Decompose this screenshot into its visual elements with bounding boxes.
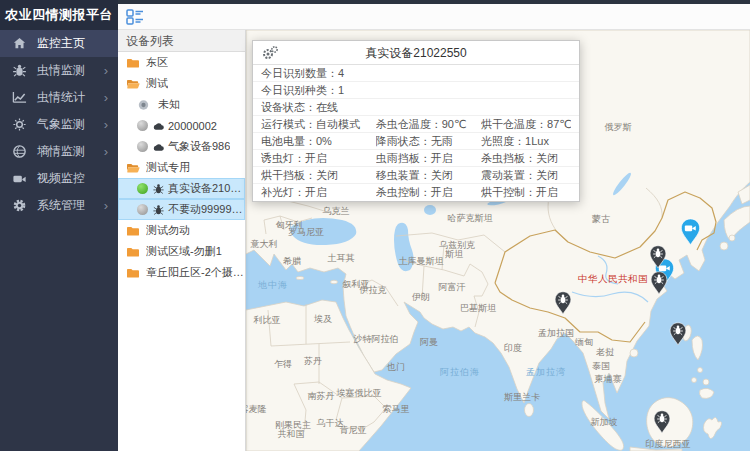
folder-closed-icon xyxy=(126,246,140,258)
chevron-right-icon: › xyxy=(104,84,108,111)
popup-field: 烘干挡板：关闭 xyxy=(261,167,376,183)
sidebar-item-label: 系统管理 xyxy=(37,197,85,214)
sidebar-item-label: 气象监测 xyxy=(37,116,85,133)
sidebar-item-label: 虫情监测 xyxy=(37,62,85,79)
device-info-popup: 真实设备21022550 今日识别数量：4今日识别种类：1设备状态：在线运行模式… xyxy=(252,40,580,202)
chart-icon xyxy=(12,90,27,105)
device-tree-item[interactable]: 测试区域-勿删1 xyxy=(118,241,245,262)
chevron-right-icon: › xyxy=(104,192,108,219)
popup-field: 虫雨挡板：开启 xyxy=(376,150,481,166)
device-tree-item-label: 东区 xyxy=(146,55,168,70)
popup-field-row: 诱虫灯：开启虫雨挡板：开启杀虫挡板：关闭 xyxy=(253,150,579,167)
popup-field: 设备状态：在线 xyxy=(261,99,571,115)
popup-field: 今日识别种类：1 xyxy=(261,82,571,98)
popup-field: 运行模式：自动模式 xyxy=(261,116,376,132)
device-tree-item-label: 测试专用 xyxy=(146,160,190,175)
popup-field: 诱虫灯：开启 xyxy=(261,150,376,166)
gear-icon xyxy=(12,198,27,213)
status-dot-gray xyxy=(137,120,148,131)
bug-device-icon xyxy=(152,204,165,216)
home-icon xyxy=(12,36,27,51)
popup-field: 杀虫仓温度：90℃ xyxy=(376,116,481,132)
app-title: 农业四情测报平台 xyxy=(0,0,118,30)
map-pin-camera[interactable] xyxy=(680,218,701,246)
map-pin-bug[interactable] xyxy=(554,291,572,315)
device-list-panel: 设备列表 东区测试未知20000002气象设备986测试专用真实设备210225… xyxy=(118,30,246,451)
device-tree-item-label: 20000002 xyxy=(168,120,217,132)
device-tree-item[interactable]: 测试 xyxy=(118,73,245,94)
sidebar-item-weather[interactable]: 气象监测› xyxy=(0,111,118,138)
device-tree-item-label: 测试区域-勿删1 xyxy=(146,244,222,259)
folder-open-icon xyxy=(126,78,140,90)
popup-field: 移虫装置：关闭 xyxy=(376,167,481,183)
device-tree-item-label: 不要动99999999 xyxy=(168,202,245,217)
sidebar-item-insect[interactable]: 虫情监测› xyxy=(0,57,118,84)
folder-closed-icon xyxy=(126,225,140,237)
popup-field-row: 运行模式：自动模式杀虫仓温度：90℃烘干仓温度：87℃ xyxy=(253,116,579,133)
popup-field: 烘干控制：开启 xyxy=(481,184,571,201)
popup-field-row: 电池电量：0%降雨状态：无雨光照度：1Lux xyxy=(253,133,579,150)
device-tree-item[interactable]: 不要动99999999 xyxy=(118,199,245,220)
unknown-device-icon xyxy=(137,99,150,111)
popup-field-row: 今日识别种类：1 xyxy=(253,82,579,99)
settings-gears-icon[interactable] xyxy=(261,45,279,61)
popup-header: 真实设备21022550 xyxy=(253,41,579,65)
device-tree-item-label: 未知 xyxy=(158,97,180,112)
popup-field: 补光灯：开启 xyxy=(261,184,376,201)
map-pin-bug[interactable] xyxy=(650,271,668,295)
device-tree-item-label: 章丘阳丘区-2个摄像头 xyxy=(146,265,245,280)
sidebar-item-system[interactable]: 系统管理› xyxy=(0,192,118,219)
toolbar xyxy=(118,4,750,30)
sidebar-menu: 监控主页虫情监测›虫情统计›气象监测›墒情监测›视频监控系统管理› xyxy=(0,30,118,219)
popup-field: 今日识别数量：4 xyxy=(261,65,571,81)
device-tree-item[interactable]: 未知 xyxy=(118,94,245,115)
sidebar-item-label: 视频监控 xyxy=(37,170,85,187)
folder-closed-icon xyxy=(126,57,140,69)
device-tree: 东区测试未知20000002气象设备986测试专用真实设备21022550不要动… xyxy=(118,52,245,283)
sidebar-item-label: 虫情统计 xyxy=(37,89,85,106)
sidebar-item-label: 墒情监测 xyxy=(37,143,85,160)
sidebar-item-label: 监控主页 xyxy=(37,35,85,52)
popup-field-row: 烘干挡板：关闭移虫装置：关闭震动装置：关闭 xyxy=(253,167,579,184)
sidebar: 农业四情测报平台 监控主页虫情监测›虫情统计›气象监测›墒情监测›视频监控系统管… xyxy=(0,0,118,451)
popup-field: 杀虫控制：开启 xyxy=(376,184,481,201)
device-tree-item-label: 测试 xyxy=(146,76,168,91)
sidebar-item-home[interactable]: 监控主页 xyxy=(0,30,118,57)
weather-icon xyxy=(12,117,27,132)
popup-field: 光照度：1Lux xyxy=(481,133,571,149)
device-tree-item[interactable]: 20000002 xyxy=(118,115,245,136)
map-pin-bug[interactable] xyxy=(649,245,667,269)
chevron-right-icon: › xyxy=(104,57,108,84)
sidebar-item-soil[interactable]: 墒情监测› xyxy=(0,138,118,165)
chevron-right-icon: › xyxy=(104,138,108,165)
device-list-title: 设备列表 xyxy=(118,30,245,52)
station-device-icon xyxy=(152,120,165,132)
popup-title: 真实设备21022550 xyxy=(253,41,579,65)
map-pin-bug[interactable] xyxy=(653,410,671,434)
status-dot-gray xyxy=(137,204,148,215)
device-tree-toggle-icon[interactable] xyxy=(126,9,144,25)
device-tree-item[interactable]: 章丘阳丘区-2个摄像头 xyxy=(118,262,245,283)
popup-field: 杀虫挡板：关闭 xyxy=(481,150,571,166)
device-tree-item[interactable]: 真实设备21022550 xyxy=(118,178,245,199)
device-tree-item[interactable]: 气象设备986 xyxy=(118,136,245,157)
sidebar-item-stats[interactable]: 虫情统计› xyxy=(0,84,118,111)
status-dot-gray xyxy=(137,141,148,152)
popup-field: 电池电量：0% xyxy=(261,133,376,149)
sidebar-item-video[interactable]: 视频监控 xyxy=(0,165,118,192)
device-tree-item[interactable]: 测试专用 xyxy=(118,157,245,178)
device-tree-item[interactable]: 测试勿动 xyxy=(118,220,245,241)
bug-icon xyxy=(12,63,27,78)
map-pin-bug[interactable] xyxy=(669,322,687,346)
folder-open-icon xyxy=(126,162,140,174)
chevron-right-icon: › xyxy=(104,111,108,138)
device-tree-item[interactable]: 东区 xyxy=(118,52,245,73)
folder-closed-icon xyxy=(126,267,140,279)
popup-field: 降雨状态：无雨 xyxy=(376,133,481,149)
soil-icon xyxy=(12,144,27,159)
device-tree-item-label: 真实设备21022550 xyxy=(168,181,245,196)
popup-field: 震动装置：关闭 xyxy=(481,167,571,183)
app-window: 农业四情测报平台 监控主页虫情监测›虫情统计›气象监测›墒情监测›视频监控系统管… xyxy=(0,0,750,451)
popup-field-row: 设备状态：在线 xyxy=(253,99,579,116)
device-tree-item-label: 气象设备986 xyxy=(168,139,230,154)
